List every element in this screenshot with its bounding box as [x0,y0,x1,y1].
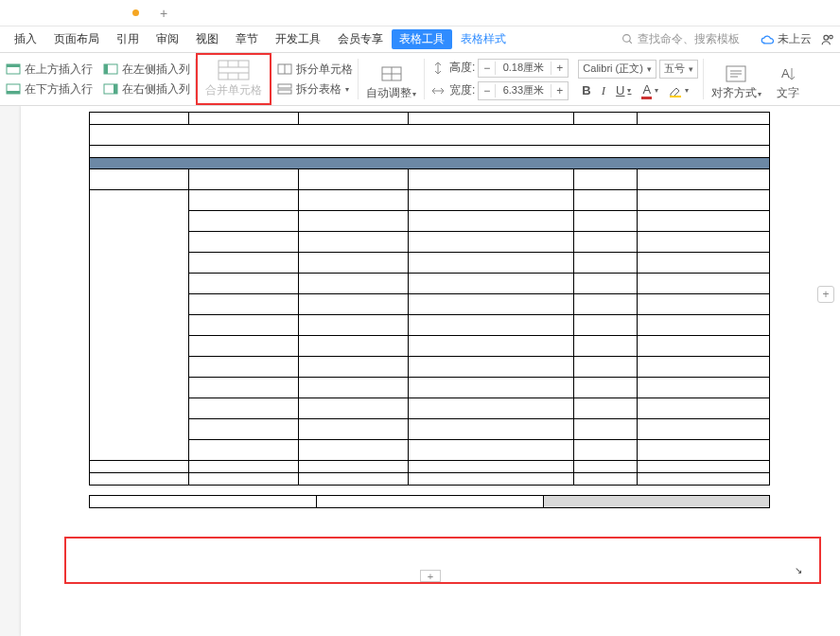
font-name-value: Calibri (正文) [583,62,643,76]
svg-point-3 [830,35,833,39]
text-direction-label: 文字 [777,85,799,101]
width-label: 宽度: [449,82,475,98]
dropdown-caret-icon: ▾ [689,64,693,74]
page: + + ↘ [21,106,840,636]
svg-line-1 [629,41,632,44]
svg-point-0 [623,35,631,43]
underline-button[interactable]: U▾ [612,83,635,97]
split-group: 拆分单元格 拆分表格 ▾ [271,53,358,105]
split-table-button[interactable]: 拆分表格 ▾ [276,81,353,97]
italic-button[interactable]: I [598,83,609,98]
svg-rect-12 [219,61,249,80]
menu-view[interactable]: 视图 [187,31,227,47]
search-icon [621,33,634,45]
split-cells-label: 拆分单元格 [296,62,353,78]
menu-dev-tools[interactable]: 开发工具 [267,31,329,47]
svg-rect-7 [7,91,20,94]
insert-col-left-icon [102,62,119,76]
new-tab-button[interactable]: + [160,6,167,21]
size-group: 高度: − 0.18厘米 + 宽度: − 6.33厘米 + [425,53,573,105]
svg-rect-21 [278,84,291,88]
insert-row-above-icon [5,62,22,76]
insert-col-left-button[interactable]: 在左侧插入列 [102,62,190,78]
height-icon [429,62,446,75]
menu-section[interactable]: 章节 [227,31,267,47]
split-table-label: 拆分表格 [296,81,341,97]
insert-cols-group: 在左侧插入列 在右侧插入列 [97,53,195,105]
menu-references[interactable]: 引用 [108,31,148,47]
menu-bar: 插入 页面布局 引用 审阅 视图 章节 开发工具 会员专享 表格工具 表格样式 … [0,26,840,53]
svg-point-2 [824,35,829,40]
dropdown-caret-icon: ▾ [627,86,631,95]
dropdown-caret-icon: ▾ [412,90,416,98]
search-box[interactable]: 查找命令、搜索模板 [621,31,740,47]
dropdown-caret-icon: ▾ [647,64,652,74]
text-direction-button[interactable]: A 文字 [769,53,807,105]
svg-rect-5 [7,64,20,67]
cloud-icon [761,34,775,45]
autofit-button[interactable]: 自动调整▾ [359,53,424,105]
menu-insert[interactable]: 插入 [6,31,45,47]
menu-page-layout[interactable]: 页面布局 [45,31,108,47]
width-value[interactable]: 6.33厘米 [496,83,551,97]
merge-cells-button[interactable]: 合并单元格 [196,53,271,105]
font-color-button[interactable]: A▾ [638,82,662,99]
search-placeholder: 查找命令、搜索模板 [638,31,740,47]
width-spinner[interactable]: − 6.33厘米 + [478,81,569,100]
collaborate-icon[interactable] [821,33,834,46]
svg-text:A: A [781,66,790,80]
dropdown-caret-icon: ▾ [758,90,761,98]
height-label: 高度: [449,60,475,76]
insert-col-right-label: 在右侧插入列 [122,81,190,97]
height-increment[interactable]: + [551,62,568,75]
align-icon [725,64,747,83]
width-decrement[interactable]: − [479,84,496,97]
insert-rows-group: 在上方插入行 在下方插入行 [0,53,97,105]
insert-row-below-label: 在下方插入行 [25,81,93,97]
font-group: Calibri (正文)▾ 五号▾ B I U▾ A▾ ▾ [573,53,703,105]
font-size-value: 五号 [664,62,685,76]
document-area: + + ↘ [0,106,840,636]
menu-vip[interactable]: 会员专享 [329,31,392,47]
width-increment[interactable]: + [551,84,568,97]
cloud-status[interactable]: 未上云 [761,31,812,47]
autofit-label: 自动调整 [366,86,411,99]
width-icon [429,84,446,97]
insert-row-above-button[interactable]: 在上方插入行 [5,62,93,78]
align-button[interactable]: 对齐方式▾ [704,53,769,105]
insert-col-right-icon [102,82,119,96]
split-table-icon [276,82,293,96]
split-cells-icon [276,62,293,76]
height-spinner[interactable]: − 0.18厘米 + [478,59,569,78]
document-table[interactable] [89,112,770,486]
menu-table-style[interactable]: 表格样式 [452,31,515,47]
align-label: 对齐方式 [711,86,757,99]
ribbon-toolbar: 在上方插入行 在下方插入行 在左侧插入列 在右侧插入列 合并单元格 拆分单元格 … [0,53,840,106]
svg-rect-28 [670,96,681,97]
dropdown-caret-icon: ▾ [685,86,689,95]
insert-col-left-label: 在左侧插入列 [122,62,190,78]
insert-row-below-button[interactable]: 在下方插入行 [5,81,93,97]
height-row: 高度: − 0.18厘米 + [429,59,569,78]
svg-rect-11 [114,84,117,94]
highlight-color-button[interactable]: ▾ [665,84,692,97]
split-cells-button[interactable]: 拆分单元格 [276,62,353,78]
active-tab-indicator [132,9,139,16]
add-column-button[interactable]: + [817,286,834,303]
font-size-dropdown[interactable]: 五号▾ [659,60,698,79]
height-decrement[interactable]: − [479,62,496,75]
bold-button[interactable]: B [578,83,594,97]
merge-cells-label: 合并单元格 [205,82,262,98]
cloud-label: 未上云 [778,31,812,47]
autofit-icon [379,64,404,83]
font-name-dropdown[interactable]: Calibri (正文)▾ [578,60,656,79]
dropdown-caret-icon: ▾ [655,86,658,95]
document-tab-strip: + [0,0,840,26]
insert-col-right-button[interactable]: 在右侧插入列 [102,81,190,97]
menu-table-tools[interactable]: 表格工具 [392,29,452,49]
document-table-2[interactable] [89,495,770,508]
merge-cells-icon [218,60,250,80]
svg-rect-9 [104,64,108,74]
height-value[interactable]: 0.18厘米 [496,61,551,75]
menu-review[interactable]: 审阅 [148,31,187,47]
